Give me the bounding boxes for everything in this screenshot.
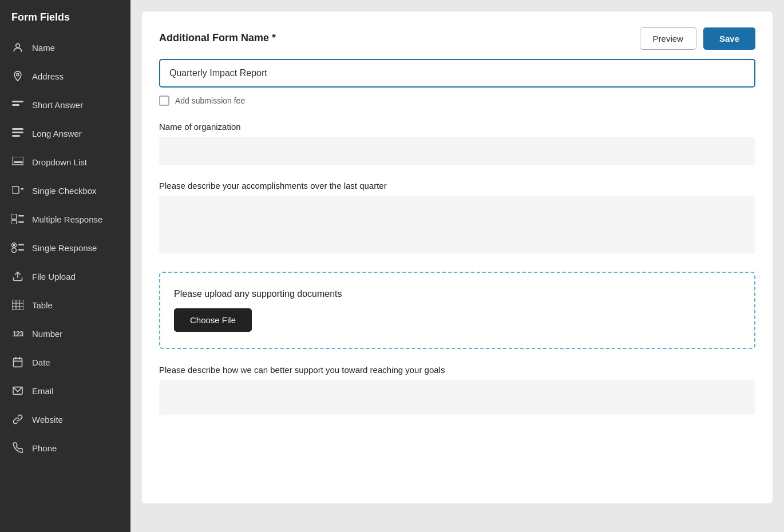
sidebar-item-single-checkbox-label: Single Checkbox (32, 186, 97, 196)
field-support-label: Please describe how we can better suppor… (159, 365, 755, 375)
field-org-name-label: Name of organization (159, 122, 755, 132)
submission-fee-checkbox[interactable] (159, 96, 169, 106)
date-icon (11, 356, 24, 368)
svg-rect-12 (11, 220, 17, 224)
sidebar-title: Form Fields (0, 0, 130, 33)
long-lines-icon (11, 127, 24, 140)
file-upload-label: Please upload any supporting documents (174, 289, 741, 299)
number-icon: 123 (11, 327, 24, 340)
upload-icon (11, 270, 24, 283)
svg-rect-3 (12, 104, 19, 106)
svg-rect-26 (14, 358, 22, 367)
svg-point-0 (16, 43, 20, 47)
svg-rect-10 (21, 188, 23, 190)
svg-point-17 (13, 244, 15, 247)
sidebar-item-date[interactable]: Date (0, 348, 130, 376)
svg-rect-14 (18, 221, 24, 223)
svg-rect-6 (12, 135, 20, 137)
sidebar-item-phone[interactable]: Phone (0, 434, 130, 462)
sidebar-item-table-label: Table (32, 300, 53, 310)
submission-fee-label: Add submission fee (175, 96, 245, 105)
sidebar-item-single-response-label: Single Response (32, 243, 97, 253)
sidebar-item-address[interactable]: Address (0, 62, 130, 90)
sidebar-item-table[interactable]: Table (0, 291, 130, 319)
svg-rect-9 (12, 186, 19, 193)
phone-icon (11, 442, 24, 454)
preview-button[interactable]: Preview (640, 27, 696, 50)
svg-rect-2 (12, 101, 23, 102)
sidebar-item-single-checkbox[interactable]: Single Checkbox (0, 176, 130, 205)
sidebar-item-dropdown[interactable]: Dropdown List (0, 148, 130, 176)
svg-rect-4 (12, 128, 23, 130)
sidebar-item-name-label: Name (32, 43, 55, 53)
svg-point-16 (12, 248, 17, 253)
main-content: Additional Form Name * Preview Save Add … (130, 0, 784, 532)
submission-fee-row: Add submission fee (159, 96, 755, 106)
field-support: Please describe how we can better suppor… (159, 365, 755, 415)
field-support-input[interactable] (159, 380, 755, 415)
website-icon (11, 413, 24, 426)
field-org-name: Name of organization (159, 122, 755, 165)
sidebar-item-website-label: Website (32, 415, 63, 424)
sidebar-item-name[interactable]: Name (0, 33, 130, 62)
sidebar: Form Fields Name Address Short Answer (0, 0, 130, 532)
header-buttons: Preview Save (640, 27, 755, 50)
sidebar-item-number[interactable]: 123 Number (0, 319, 130, 348)
person-icon (11, 41, 24, 54)
multi-response-icon (11, 213, 24, 225)
svg-point-1 (17, 73, 19, 76)
save-button[interactable]: Save (703, 27, 755, 50)
sidebar-item-phone-label: Phone (32, 443, 57, 453)
form-name-label: Additional Form Name * (159, 27, 276, 44)
sidebar-item-dropdown-label: Dropdown List (32, 157, 87, 167)
field-accomplishments: Please describe your accomplishments ove… (159, 181, 755, 253)
sidebar-item-number-label: Number (32, 329, 62, 339)
short-lines-icon (11, 98, 24, 111)
field-org-name-input[interactable] (159, 137, 755, 165)
svg-rect-21 (12, 300, 23, 310)
sidebar-item-address-label: Address (32, 72, 64, 81)
checkbox-icon (11, 184, 24, 197)
svg-rect-5 (12, 132, 23, 133)
sidebar-item-long-answer-label: Long Answer (32, 129, 82, 138)
email-icon (11, 384, 24, 397)
sidebar-item-multiple-response-label: Multiple Response (32, 215, 102, 224)
form-name-input[interactable] (159, 59, 755, 88)
single-response-icon (11, 241, 24, 254)
location-icon (11, 70, 24, 82)
sidebar-item-single-response[interactable]: Single Response (0, 233, 130, 262)
table-icon (11, 299, 24, 311)
sidebar-item-email-label: Email (32, 386, 54, 396)
file-upload-box: Please upload any supporting documents C… (159, 272, 755, 349)
form-card: Additional Form Name * Preview Save Add … (142, 11, 773, 503)
sidebar-item-website[interactable]: Website (0, 405, 130, 434)
sidebar-item-email[interactable]: Email (0, 376, 130, 405)
sidebar-item-date-label: Date (32, 358, 50, 367)
choose-file-button[interactable]: Choose File (174, 308, 252, 332)
sidebar-item-long-answer[interactable]: Long Answer (0, 119, 130, 148)
sidebar-item-short-answer-label: Short Answer (32, 100, 83, 110)
sidebar-item-short-answer[interactable]: Short Answer (0, 90, 130, 119)
svg-rect-19 (18, 249, 24, 251)
svg-rect-13 (18, 215, 24, 217)
dropdown-icon (11, 156, 24, 168)
svg-rect-18 (18, 244, 24, 246)
form-header: Additional Form Name * Preview Save (159, 27, 755, 50)
field-accomplishments-label: Please describe your accomplishments ove… (159, 181, 755, 190)
sidebar-item-file-upload-label: File Upload (32, 272, 76, 281)
svg-rect-11 (11, 214, 17, 219)
sidebar-item-multiple-response[interactable]: Multiple Response (0, 205, 130, 233)
sidebar-item-file-upload[interactable]: File Upload (0, 262, 130, 291)
field-accomplishments-input[interactable] (159, 196, 755, 253)
